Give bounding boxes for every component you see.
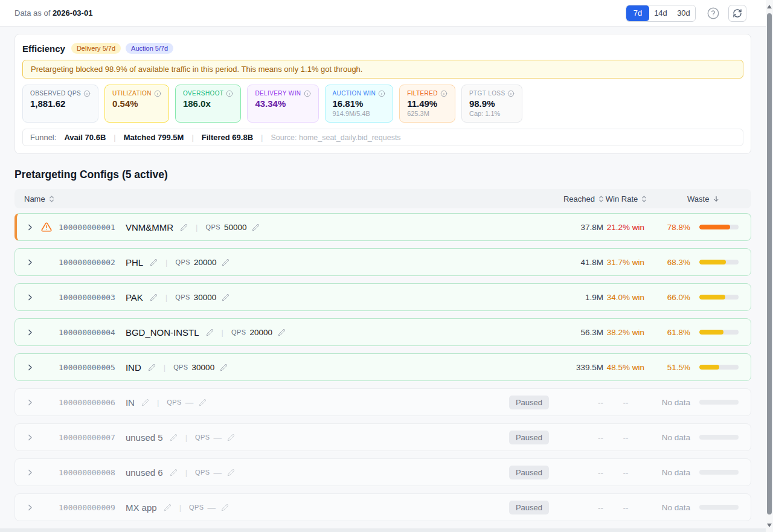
config-row[interactable]: 100000000006 IN | QPS — Paused -- -- No … [14,388,751,416]
config-name: PHL [126,257,143,268]
qps-label: QPS [167,399,181,406]
info-icon[interactable] [378,90,385,97]
edit-qps-icon[interactable] [199,399,207,406]
data-as-of-date: 2026-03-01 [53,8,93,18]
reached-value: -- [549,433,603,442]
config-id: 100000000008 [59,468,115,477]
scroll-up-arrow-icon[interactable] [767,5,772,8]
edit-name-icon[interactable] [180,223,188,231]
refresh-button[interactable] [728,5,746,22]
config-row[interactable]: 100000000002 PHL | QPS 20000 41.8M 31.7%… [14,248,751,276]
win-rate-value: 21.2% win [603,223,648,232]
edit-name-icon[interactable] [141,399,149,406]
expand-chevron-icon[interactable] [26,469,34,476]
waste-bar [699,295,739,300]
edit-qps-icon[interactable] [221,504,229,511]
edit-name-icon[interactable] [150,258,158,266]
column-header-waste[interactable]: Waste [649,194,739,204]
metric-card: OVERSHOOT 186.0x [175,85,242,123]
waste-bar [699,365,739,370]
edit-name-icon[interactable] [150,293,158,301]
sort-desc-icon [713,195,720,203]
range-30d-button[interactable]: 30d [672,5,695,21]
metric-card: DELIVERY WIN 43.34% [247,85,318,123]
edit-qps-icon[interactable] [252,223,260,231]
alert-banner: Pretargeting blocked 98.9% of available … [22,60,743,79]
column-header-win-rate[interactable]: Win Rate [604,194,649,204]
range-7d-button[interactable]: 7d [626,5,649,21]
info-icon[interactable] [83,90,91,97]
expand-chevron-icon[interactable] [26,293,34,301]
edit-name-icon[interactable] [148,364,156,371]
waste-value: No data [648,468,690,477]
help-icon[interactable] [707,7,720,20]
waste-value: No data [648,503,690,512]
info-icon[interactable] [226,90,233,97]
win-rate-value: 31.7% win [603,258,648,267]
column-win-rate-label: Win Rate [606,194,638,204]
win-rate-value: -- [603,433,648,442]
separator: | [185,433,187,442]
range-14d-button[interactable]: 14d [649,5,672,21]
expand-chevron-icon[interactable] [26,328,34,336]
metric-subtext: 914.9M/5.4B [333,110,386,117]
metric-subtext: Cap: 1.1% [469,110,515,117]
config-row[interactable]: 100000000003 PAK | QPS 30000 1.9M 34.0% … [14,283,751,311]
paused-badge: Paused [509,396,549,409]
paused-badge: Paused [509,466,549,479]
info-icon[interactable] [507,90,515,97]
edit-name-icon[interactable] [206,328,214,336]
info-icon[interactable] [304,90,311,97]
config-row[interactable]: 100000000009 MX app | QPS — Paused -- --… [14,493,751,521]
qps-value: 50000 [224,223,247,232]
edit-qps-icon[interactable] [227,434,235,441]
expand-chevron-icon[interactable] [26,434,34,441]
qps-label: QPS [175,293,190,301]
config-name: PAK [126,292,143,303]
expand-chevron-icon[interactable] [26,399,34,406]
metric-label: DELIVERY WIN [255,90,301,97]
config-id: 100000000002 [59,258,115,267]
edit-qps-icon[interactable] [278,328,286,336]
column-header-name[interactable]: Name [24,194,54,204]
qps-value: — [207,503,216,512]
vertical-scrollbar[interactable] [766,0,773,532]
config-row[interactable]: 100000000001 VNM&MMR | QPS 50000 37.8M 2… [14,213,751,241]
edit-qps-icon[interactable] [222,293,229,301]
edit-name-icon[interactable] [164,504,172,511]
expand-chevron-icon[interactable] [26,504,34,511]
edit-qps-icon[interactable] [227,469,235,476]
sort-icon [598,195,604,203]
edit-name-icon[interactable] [170,469,178,476]
edit-qps-icon[interactable] [222,258,229,266]
paused-badge: Paused [509,431,549,444]
reached-value: -- [549,398,603,407]
config-row[interactable]: 100000000007 unused 5 | QPS — Paused -- … [14,423,751,451]
sort-icon [641,195,647,203]
info-icon[interactable] [154,90,161,97]
expand-chevron-icon[interactable] [26,364,34,371]
metric-value: 1,881.62 [30,98,91,109]
waste-bar-fill [699,260,726,264]
info-icon[interactable] [440,90,447,97]
expand-chevron-icon[interactable] [26,258,34,266]
range-selector: 7d14d30d [626,5,696,22]
qps-label: QPS [205,223,220,231]
separator: | [165,293,167,302]
vertical-scrollbar-thumb[interactable] [767,13,772,514]
configs-table: Name Reached Win Rate Waste [14,189,751,521]
scroll-down-arrow-icon[interactable] [767,524,772,527]
separator: | [157,398,159,407]
waste-value: 61.8% [648,328,690,337]
edit-qps-icon[interactable] [220,364,228,371]
edit-name-icon[interactable] [170,434,178,441]
config-id: 100000000009 [59,503,115,512]
expand-chevron-icon[interactable] [26,223,34,231]
column-header-reached[interactable]: Reached [550,194,604,204]
waste-bar-fill [699,330,723,335]
horizontal-scrollbar[interactable] [0,528,766,532]
metric-label: UTILIZATION [112,90,152,97]
config-row[interactable]: 100000000008 unused 6 | QPS — Paused -- … [14,458,751,486]
config-row[interactable]: 100000000005 IND | QPS 30000 339.5M 48.5… [14,353,751,381]
config-row[interactable]: 100000000004 BGD_NON-INSTL | QPS 20000 5… [14,318,751,346]
